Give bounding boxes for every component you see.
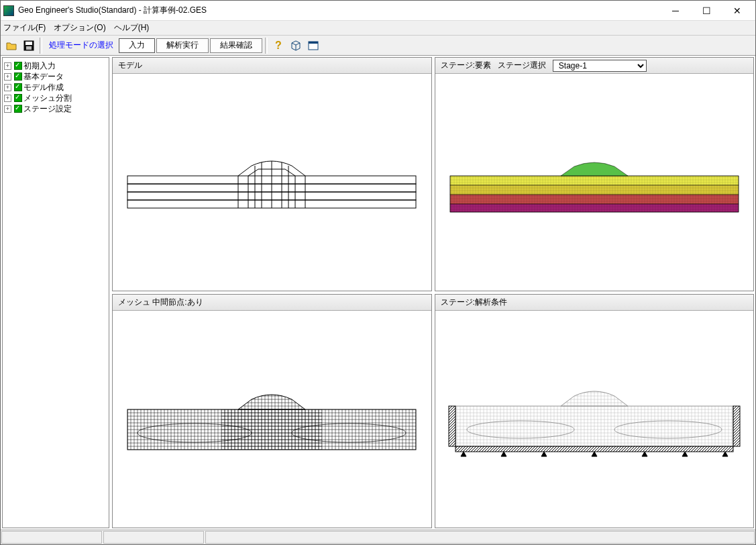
cube-icon[interactable] — [288, 38, 304, 54]
tree-pane[interactable]: +初期入力 +基本データ +モデル作成 +メッシュ分割 +ステージ設定 — [2, 57, 109, 528]
panel-title: ステージ:解析条件 — [441, 297, 507, 308]
tree-item[interactable]: +モデル作成 — [4, 82, 107, 93]
svg-rect-27 — [455, 406, 733, 446]
tree-item-label: モデル作成 — [23, 82, 64, 93]
status-cell — [1, 531, 102, 544]
svg-rect-22 — [450, 176, 739, 212]
title-bar: Geo Engineer's Studio(Standard) - 計算事例-0… — [1, 1, 755, 21]
status-bar — [1, 530, 755, 544]
menu-bar: ファイル(F) オプション(O) ヘルプ(H) — [1, 21, 755, 36]
svg-rect-24 — [221, 409, 322, 450]
svg-rect-30 — [449, 406, 455, 446]
panel-analysis: ステージ:解析条件 — [435, 294, 755, 528]
menu-help[interactable]: ヘルプ(H) — [114, 22, 150, 34]
tree-item[interactable]: +基本データ — [4, 71, 107, 82]
tree-item-label: 初期入力 — [23, 60, 56, 72]
tree-item-label: 基本データ — [23, 71, 64, 83]
help-icon[interactable]: ? — [270, 38, 286, 54]
mode-result-button[interactable]: 結果確認 — [210, 38, 262, 53]
panel-body[interactable] — [113, 311, 431, 528]
toolbar-separator — [265, 38, 268, 54]
work-area: +初期入力 +基本データ +モデル作成 +メッシュ分割 +ステージ設定 モデル — [1, 56, 755, 530]
tree-item-label: ステージ設定 — [23, 103, 72, 115]
model-diagram — [121, 142, 423, 223]
svg-rect-2 — [26, 46, 32, 50]
status-cell — [205, 531, 755, 544]
panel-header: ステージ:要素 ステージ選択 Stage-1 — [435, 58, 754, 74]
toolbar: 処理モードの選択 入力 解析実行 結果確認 ? — [1, 36, 755, 56]
stage-element-diagram — [443, 142, 745, 223]
open-icon[interactable] — [3, 38, 19, 54]
status-cell — [103, 531, 204, 544]
save-icon[interactable] — [21, 38, 37, 54]
panel-header: ステージ:解析条件 — [435, 295, 754, 311]
stage-select-label: ステージ選択 — [498, 60, 546, 71]
mode-analyze-button[interactable]: 解析実行 — [156, 38, 209, 53]
panel-model: モデル — [112, 57, 432, 291]
panel-mesh: メッシュ 中間節点:あり — [112, 294, 432, 528]
minimize-button[interactable]: ─ — [660, 1, 691, 20]
window-icon[interactable] — [305, 38, 321, 54]
tree-item[interactable]: +ステージ設定 — [4, 103, 107, 114]
panel-body[interactable] — [435, 311, 754, 528]
svg-rect-4 — [309, 42, 318, 44]
stage-select[interactable]: Stage-1 — [553, 60, 647, 72]
maximize-button[interactable]: ☐ — [691, 1, 722, 20]
panel-title: ステージ:要素 — [441, 60, 491, 71]
check-icon — [14, 62, 22, 70]
check-icon — [14, 94, 22, 102]
check-icon — [14, 105, 22, 113]
panel-stage-elements: ステージ:要素 ステージ選択 Stage-1 — [435, 57, 755, 291]
svg-rect-1 — [25, 42, 32, 45]
check-icon — [14, 83, 22, 91]
panel-header: メッシュ 中間節点:あり — [113, 295, 431, 311]
mesh-diagram — [121, 373, 423, 466]
svg-rect-31 — [733, 406, 740, 446]
menu-option[interactable]: オプション(O) — [54, 22, 105, 34]
tree-item-label: メッシュ分割 — [23, 93, 72, 104]
svg-rect-32 — [455, 446, 733, 452]
check-icon — [14, 72, 22, 81]
panel-body[interactable] — [113, 74, 431, 291]
panel-body[interactable] — [435, 74, 754, 291]
app-icon — [3, 5, 14, 16]
mode-label: 処理モードの選択 — [45, 40, 117, 51]
toolbar-separator — [40, 38, 42, 54]
panel-title: メッシュ 中間節点:あり — [118, 297, 203, 308]
tree-item[interactable]: +メッシュ分割 — [4, 93, 107, 103]
close-button[interactable]: ✕ — [722, 1, 753, 20]
window-title: Geo Engineer's Studio(Standard) - 計算事例-0… — [18, 5, 660, 16]
tree-item[interactable]: +初期入力 — [4, 60, 107, 71]
panel-header: モデル — [113, 58, 431, 74]
panel-title: モデル — [118, 60, 142, 71]
view-grid: モデル — [111, 56, 755, 530]
analysis-diagram — [443, 369, 745, 470]
mode-input-button[interactable]: 入力 — [119, 38, 155, 53]
menu-file[interactable]: ファイル(F) — [3, 22, 46, 34]
